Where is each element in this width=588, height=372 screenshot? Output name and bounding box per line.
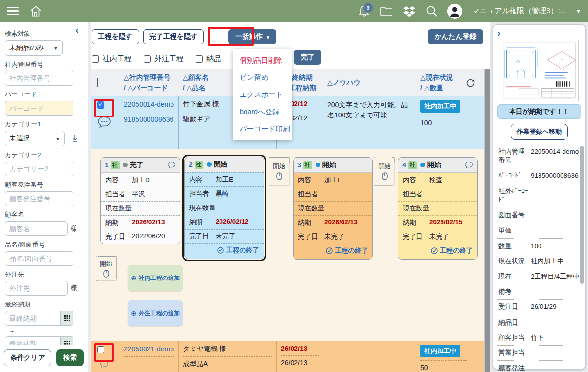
card-due: 2026/02/15 xyxy=(429,218,463,227)
header-status-qty[interactable]: △現在状況/ △数量 xyxy=(416,72,471,93)
search-button[interactable]: 検索 xyxy=(56,349,84,366)
screen: 9 マニュアル権限（管理3）:... ▼ xyxy=(0,0,588,372)
header-knowhow[interactable]: △ノウハウ xyxy=(323,77,416,87)
menu-item-delete[interactable]: 個別品目削除 xyxy=(233,52,292,69)
table-row: 22050021-demo タミヤ電機 様 成型品A 26/02/13 26/0… xyxy=(91,341,490,372)
card-status: 開始 xyxy=(214,160,227,169)
complete-button[interactable]: 完了 xyxy=(294,50,321,65)
checkbox[interactable] xyxy=(92,55,99,63)
main-scrollbar[interactable] xyxy=(484,69,490,372)
toolbar: 工程を隠す 完了工程を隠す 一括操作∨ かんたん登録 xyxy=(91,22,490,44)
subcontractor-input[interactable] xyxy=(5,281,68,296)
customer-name-label: 顧客名 xyxy=(5,210,83,219)
avatar[interactable] xyxy=(447,4,462,19)
add-internal-process-button[interactable]: ⊕社内工程の追加 xyxy=(128,265,183,291)
filter-internal-process[interactable]: 社内工程 xyxy=(92,54,132,64)
detail-panel: › xyxy=(493,24,586,370)
comment-icon[interactable] xyxy=(465,161,473,169)
bulk-action-button[interactable]: 一括操作∨ xyxy=(228,29,276,44)
customer-order-no-label: 顧客発注番号 xyxy=(5,181,83,189)
card-due: 2026/02/13 xyxy=(132,218,165,227)
item-id-link[interactable]: 22050014-demo xyxy=(124,100,174,109)
comment-icon[interactable] xyxy=(167,161,176,169)
card-type-badge: 社 xyxy=(111,161,120,169)
internal-no-input[interactable] xyxy=(5,71,74,86)
chevron-down-icon: ▼ xyxy=(55,136,60,141)
comment-icon[interactable] xyxy=(97,360,112,369)
category1-select[interactable]: 未選択▼ xyxy=(5,131,65,146)
item-barcode-link[interactable]: 9185000008636 xyxy=(124,115,174,124)
search-target-select[interactable]: 未納品のみ▼ xyxy=(5,40,63,56)
status-dot-icon xyxy=(123,163,128,167)
final-due-from-input[interactable] xyxy=(5,311,61,326)
barcode-input[interactable] xyxy=(5,101,74,116)
search-icon[interactable] xyxy=(425,5,438,17)
final-due-label: 最終納期 xyxy=(5,300,83,309)
checkbox[interactable] xyxy=(196,55,203,63)
process-dropzone[interactable]: 開始 xyxy=(374,157,395,186)
refresh-icon[interactable] xyxy=(466,78,475,88)
filter-external-process[interactable]: 外注工程 xyxy=(144,54,184,64)
customer-name-input[interactable] xyxy=(5,221,68,236)
customer-order-no-input[interactable] xyxy=(5,191,74,206)
menu-item-barcode-print[interactable]: バーコード印刷 xyxy=(233,120,292,138)
plus-circle-icon: ⊕ xyxy=(131,274,137,282)
download-icon[interactable] xyxy=(72,135,78,142)
folder-icon[interactable] xyxy=(380,5,393,17)
dropbox-icon[interactable] xyxy=(403,5,416,17)
card-content: 加工D xyxy=(132,176,150,185)
finish-process-link[interactable]: 工程の終了 xyxy=(431,246,473,255)
process-card-1[interactable]: 1 社 完了 内容加工D 担当者半沢 現在数量 納期2026/02/13 完了日… xyxy=(100,157,180,244)
notification-count-badge: 9 xyxy=(363,3,373,13)
process-card-4[interactable]: 4 社 開始 内容検査 担当者 現在数量 納期2026/02/15 完了日未完了… xyxy=(398,157,478,260)
user-menu-label[interactable]: マニュアル権限（管理3）:... xyxy=(472,6,566,16)
mouse-icon xyxy=(382,172,388,180)
collapse-sidebar-icon[interactable]: ‹ xyxy=(75,25,79,35)
calendar-icon[interactable] xyxy=(61,311,74,326)
process-card-2[interactable]: 2 社 開始 内容加工E 担当者黒崎 現在数量 納期2026/02/12 完了日… xyxy=(184,157,264,259)
process-dropzone[interactable]: 開始 xyxy=(96,256,117,281)
hide-process-button[interactable]: 工程を隠す xyxy=(92,29,139,44)
add-external-process-button[interactable]: ⊕外注工程の追加 xyxy=(128,300,183,326)
search-sidebar: ‹ 検索対象 未納品のみ▼ 社内管理番号 バーコード カテゴリー1 未選択▼ カ… xyxy=(0,22,88,372)
panel-scrollbar[interactable] xyxy=(580,146,584,284)
menu-item-export[interactable]: エクスポート xyxy=(233,86,292,103)
drawing-thumbnail[interactable] xyxy=(500,40,579,101)
final-due-date: 26/02/13 xyxy=(281,345,319,352)
filter-delivery[interactable]: 納品 xyxy=(196,54,221,64)
easy-register-button[interactable]: かんたん登録 xyxy=(428,29,483,44)
category2-input[interactable] xyxy=(5,162,74,176)
card-done-date: 未完了 xyxy=(324,232,344,241)
detail-value: 22050014-demo xyxy=(531,147,579,165)
notifications-bell-icon[interactable]: 9 xyxy=(358,5,370,18)
hide-completed-button[interactable]: 完了工程を隠す xyxy=(143,29,204,44)
comment-icon[interactable] xyxy=(97,116,112,129)
menu-icon[interactable] xyxy=(7,7,19,15)
row-checkbox[interactable] xyxy=(97,101,104,109)
item-id-link[interactable]: 22050021-demo xyxy=(124,345,174,353)
topbar: 9 マニュアル権限（管理3）:... ▼ xyxy=(0,0,588,22)
search-target-label: 検索対象 xyxy=(5,29,83,38)
product-name-input[interactable] xyxy=(5,251,74,266)
menu-item-board-register[interactable]: boardへ登録 xyxy=(233,103,292,120)
category2-label: カテゴリー2 xyxy=(5,151,83,160)
process-dropzone[interactable]: 開始 xyxy=(269,157,290,186)
barcode-label: バーコード xyxy=(5,90,83,99)
checkbox[interactable] xyxy=(144,55,151,63)
finish-process-link[interactable]: 工程の終了 xyxy=(326,246,368,255)
chevron-down-icon: ▼ xyxy=(53,46,58,51)
quantity: 100 xyxy=(420,119,467,127)
select-all-checkbox[interactable] xyxy=(97,78,98,87)
expand-panel-icon[interactable]: › xyxy=(497,28,581,38)
user-menu-caret-icon[interactable]: ▼ xyxy=(576,8,581,14)
menu-item-pin[interactable]: ピン留め xyxy=(233,69,292,86)
process-card-3[interactable]: 3 社 開始 内容加工F 担当者 現在数量 納期2026/02/13 完了日未完… xyxy=(293,157,373,260)
clear-conditions-button[interactable]: 条件クリア xyxy=(4,349,51,366)
home-icon[interactable] xyxy=(29,5,42,18)
header-id-barcode[interactable]: △社内管理番号/ △バーコード xyxy=(120,72,179,93)
check-circle-icon xyxy=(431,247,438,254)
finish-process-link[interactable]: 工程の終了 xyxy=(217,246,259,255)
row-checkbox[interactable] xyxy=(97,346,104,353)
go-to-work-register-button[interactable]: 作業登録へ移動 xyxy=(511,124,568,140)
divider xyxy=(124,112,174,112)
